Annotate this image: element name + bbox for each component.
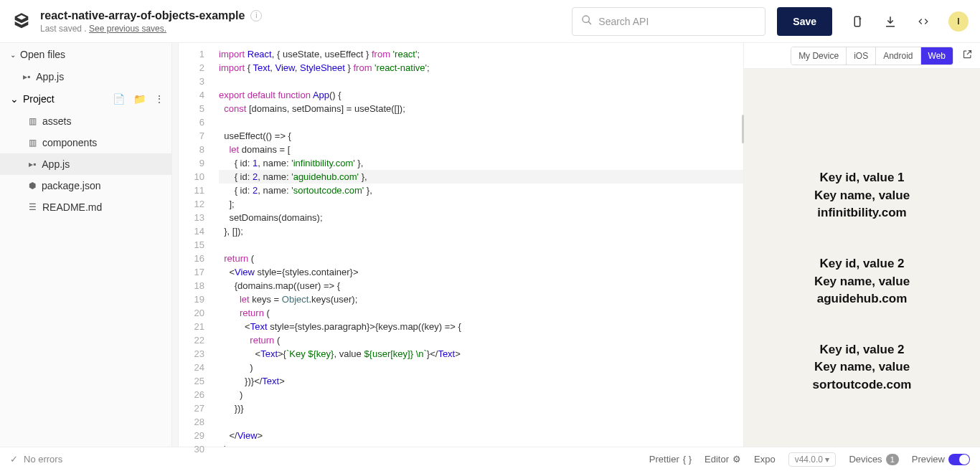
editor-settings-button[interactable]: Editor ⚙ [705,454,741,465]
line-numbers: 1234567891011121314151617181920212223242… [179,43,210,447]
platform-tab-web[interactable]: Web [921,47,953,65]
toggle-switch[interactable] [948,454,970,465]
devices-button[interactable]: Devices 1 [849,454,898,465]
body: ⌄ Open files ▸▪ App.js ⌄ Project 📄 📁 ⋮ ▥… [0,43,980,447]
svg-rect-2 [854,16,860,27]
preview-toggle[interactable]: Preview [912,454,970,465]
more-icon[interactable]: ⋮ [154,93,164,105]
preview-tabs: My DeviceiOSAndroidWeb [744,43,980,69]
sidebar: ⌄ Open files ▸▪ App.js ⌄ Project 📄 📁 ⋮ ▥… [0,43,172,447]
search-box[interactable] [572,7,765,36]
device-icon[interactable] [849,14,865,29]
new-folder-icon[interactable]: 📁 [133,93,146,105]
save-button[interactable]: Save [777,7,832,36]
chevron-down-icon: ⌄ [10,93,19,105]
file-icon: ☰ [29,202,37,212]
prettier-button[interactable]: Prettier { } [649,454,692,465]
drag-handle[interactable] [742,115,744,143]
search-icon [581,14,593,29]
preview-output-item: Key id, value 2Key name, valueaguidehub.… [814,255,910,308]
js-file-icon: ▸▪ [23,72,30,82]
new-file-icon[interactable]: 📄 [113,93,125,105]
code-editor[interactable]: 1234567891011121314151617181920212223242… [179,43,743,447]
search-input[interactable] [598,16,756,27]
info-icon[interactable]: i [250,10,262,22]
errors-text: No errors [24,454,62,465]
file-icon: ▸▪ [29,159,36,169]
preview-output-item: Key id, value 1Key name, valueinfinitbil… [814,169,910,222]
project-title: react-native-array-of-objects-example [40,9,245,22]
platform-tab-my-device[interactable]: My Device [791,47,847,65]
gutter-strip [172,43,179,447]
svg-line-1 [588,22,591,24]
file-icon: ⬢ [29,181,36,191]
expo-logo-icon [11,11,32,32]
previous-saves-link[interactable]: See previous saves. [89,24,166,34]
file-tree-item[interactable]: ▥components [0,132,171,153]
platform-tabs: My DeviceiOSAndroidWeb [791,47,953,65]
external-link-icon[interactable] [962,49,973,62]
braces-icon: { } [683,454,692,465]
header-icons: I [849,11,969,32]
title-area: react-native-array-of-objects-example i … [40,9,262,34]
saved-status: Last saved . See previous saves. [40,24,262,34]
code-content[interactable]: import React, { useState, useEffect } fr… [210,43,743,447]
open-files-header[interactable]: ⌄ Open files [0,43,171,66]
footer: ✓ No errors Prettier { } Editor ⚙ Expo v… [0,447,980,471]
project-header[interactable]: ⌄ Project 📄 📁 ⋮ [0,87,171,110]
version-selector[interactable]: v44.0.0 ▾ [788,452,837,467]
file-tree-item[interactable]: ▸▪App.js [0,153,171,175]
download-icon[interactable] [882,14,898,29]
preview-panel: My DeviceiOSAndroidWeb Key id, value 1Ke… [743,43,980,447]
preview-body: Key id, value 1Key name, valueinfinitbil… [744,69,980,447]
file-tree-item[interactable]: ☰README.md [0,196,171,218]
file-tree-item[interactable]: ⬢package.json [0,175,171,196]
file-tree: ▥assets▥components▸▪App.js⬢package.json☰… [0,110,171,218]
avatar[interactable]: I [948,11,969,32]
header: react-native-array-of-objects-example i … [0,0,980,43]
open-file-item[interactable]: ▸▪ App.js [0,66,171,87]
file-tree-item[interactable]: ▥assets [0,110,171,132]
preview-output-item: Key id, value 2Key name, valuesortoutcod… [813,341,912,394]
platform-tab-ios[interactable]: iOS [847,47,876,65]
file-icon: ▥ [29,138,37,148]
chevron-down-icon: ⌄ [10,51,16,59]
gear-icon: ⚙ [732,454,741,465]
svg-point-0 [583,16,589,22]
expo-label: Expo [754,454,776,465]
check-icon: ✓ [10,454,18,465]
platform-tab-android[interactable]: Android [876,47,920,65]
file-icon: ▥ [29,116,37,126]
embed-icon[interactable] [915,14,931,29]
